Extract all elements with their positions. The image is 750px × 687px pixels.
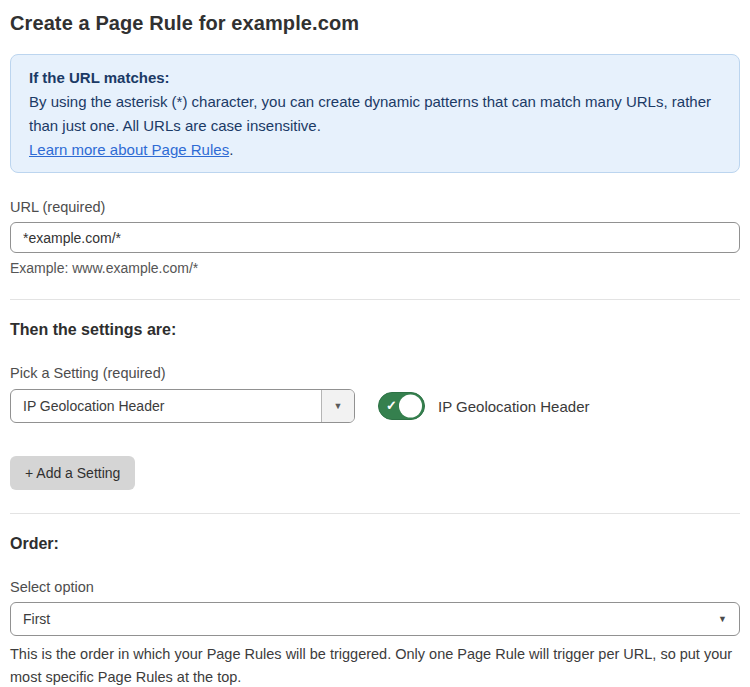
section-divider [10, 299, 740, 300]
setting-picker-label: Pick a Setting (required) [10, 365, 740, 381]
url-example-hint: Example: www.example.com/* [10, 260, 740, 276]
section-divider [10, 513, 740, 514]
order-select-value: First [23, 611, 718, 627]
link-suffix: . [229, 141, 233, 158]
create-page-rule-form: Create a Page Rule for example.com If th… [0, 0, 750, 687]
setting-row: IP Geolocation Header ▼ ✓ IP Geolocation… [10, 389, 740, 423]
setting-picker-dropdown[interactable]: IP Geolocation Header ▼ [10, 389, 355, 423]
info-box-heading: If the URL matches: [29, 66, 721, 90]
order-select[interactable]: First ▼ [10, 602, 740, 636]
order-select-label: Select option [10, 579, 740, 595]
chevron-down-icon: ▼ [718, 614, 727, 624]
learn-more-link[interactable]: Learn more about Page Rules [29, 141, 229, 158]
order-section-heading: Order: [10, 535, 740, 553]
url-input[interactable] [10, 222, 740, 253]
info-box-link-line: Learn more about Page Rules. [29, 138, 721, 162]
toggle-knob [399, 395, 422, 418]
ip-geolocation-toggle[interactable]: ✓ [378, 392, 425, 420]
check-icon: ✓ [386, 398, 397, 413]
setting-picker-arrow-button[interactable]: ▼ [321, 390, 354, 422]
setting-picker-value: IP Geolocation Header [11, 390, 321, 422]
order-help-text: This is the order in which your Page Rul… [10, 643, 740, 687]
page-title: Create a Page Rule for example.com [10, 12, 740, 35]
chevron-down-icon: ▼ [334, 401, 343, 411]
settings-section-heading: Then the settings are: [10, 321, 740, 339]
url-field-label: URL (required) [10, 199, 740, 215]
toggle-label: IP Geolocation Header [438, 398, 590, 415]
url-match-info-box: If the URL matches: By using the asteris… [10, 54, 740, 173]
add-setting-button[interactable]: + Add a Setting [10, 456, 135, 490]
info-box-body: By using the asterisk (*) character, you… [29, 90, 721, 138]
